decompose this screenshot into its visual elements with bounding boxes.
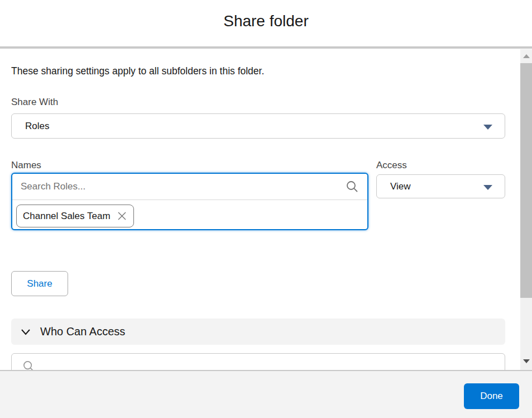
names-search-row [12, 174, 367, 200]
share-button[interactable]: Share [11, 271, 68, 296]
access-label: Access [376, 160, 407, 171]
who-can-access-toggle[interactable]: Who Can Access [11, 319, 505, 345]
dialog-body: These sharing settings apply to all subf… [0, 49, 520, 370]
names-combobox: Channel Sales Team [11, 173, 368, 230]
dialog-footer: Done [0, 371, 532, 418]
header-divider [0, 46, 532, 49]
dialog-header: Share folder [0, 0, 532, 46]
access-select[interactable]: View [376, 174, 505, 198]
who-can-access-search-input[interactable] [39, 354, 499, 370]
chevron-down-icon [483, 185, 492, 190]
page-title: Share folder [0, 12, 532, 30]
who-can-access-search [11, 353, 505, 370]
triangle-down-icon [523, 359, 530, 363]
share-folder-dialog: Share folder These sharing settings appl… [0, 0, 532, 418]
triangle-up-icon [523, 54, 530, 58]
search-roles-input[interactable] [12, 174, 367, 200]
done-button[interactable]: Done [464, 383, 519, 409]
who-can-access-label: Who Can Access [40, 325, 125, 338]
chevron-down-icon [483, 125, 492, 130]
close-icon [117, 214, 127, 222]
selected-names-row: Channel Sales Team [12, 200, 367, 232]
search-icon [346, 180, 358, 195]
remove-role-button[interactable] [116, 210, 128, 222]
access-value: View [377, 181, 411, 192]
search-icon [23, 360, 35, 370]
names-label: Names [11, 160, 41, 171]
share-with-value: Roles [12, 121, 49, 132]
chevron-down-icon [20, 328, 31, 336]
share-with-label: Share With [11, 97, 58, 108]
scroll-up-button[interactable] [520, 49, 532, 63]
sharing-settings-note: These sharing settings apply to all subf… [11, 65, 264, 77]
share-with-select[interactable]: Roles [11, 113, 505, 139]
scroll-down-button[interactable] [520, 355, 532, 367]
vertical-scrollbar [520, 49, 532, 370]
selected-role-label: Channel Sales Team [23, 211, 111, 222]
scrollbar-thumb[interactable] [520, 63, 532, 298]
selected-role-pill: Channel Sales Team [16, 205, 134, 227]
